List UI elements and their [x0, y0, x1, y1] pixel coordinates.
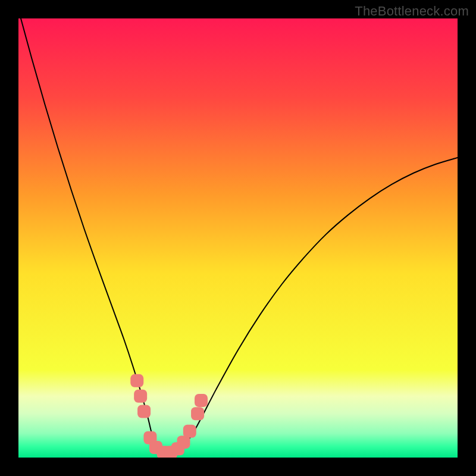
threshold-marker: [195, 394, 208, 407]
chart-svg: [18, 18, 458, 458]
threshold-marker: [191, 407, 204, 420]
threshold-marker: [134, 390, 147, 403]
watermark-label: TheBottleneck.com: [355, 4, 469, 19]
chart-outer-frame: TheBottleneck.com: [0, 0, 476, 476]
threshold-marker: [183, 425, 196, 438]
threshold-marker: [130, 374, 143, 387]
chart-plot-area: [18, 18, 458, 458]
threshold-marker: [137, 405, 151, 418]
chart-background: [18, 18, 458, 458]
